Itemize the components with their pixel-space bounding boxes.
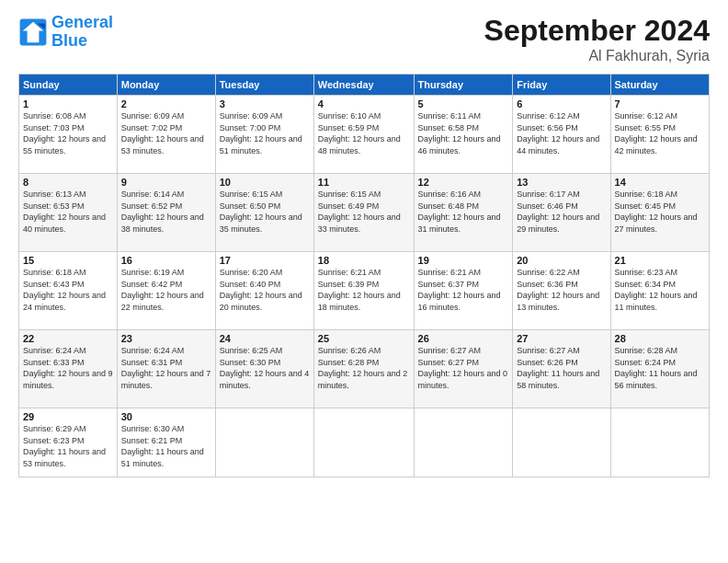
day-info: Sunrise: 6:21 AMSunset: 6:37 PMDaylight:… [418, 267, 509, 313]
calendar-cell: 24Sunrise: 6:25 AMSunset: 6:30 PMDayligh… [215, 330, 313, 408]
calendar-cell [513, 408, 610, 477]
day-info: Sunrise: 6:15 AMSunset: 6:49 PMDaylight:… [318, 189, 410, 235]
day-number: 7 [615, 98, 705, 109]
calendar-header-saturday: Saturday [610, 75, 709, 96]
day-number: 12 [418, 177, 509, 188]
day-number: 23 [121, 333, 211, 344]
calendar-cell: 12Sunrise: 6:16 AMSunset: 6:48 PMDayligh… [414, 174, 513, 252]
calendar-cell: 29Sunrise: 6:29 AMSunset: 6:23 PMDayligh… [19, 408, 118, 477]
calendar-cell: 26Sunrise: 6:27 AMSunset: 6:27 PMDayligh… [414, 330, 513, 408]
calendar-cell: 21Sunrise: 6:23 AMSunset: 6:34 PMDayligh… [610, 252, 709, 330]
calendar-cell: 19Sunrise: 6:21 AMSunset: 6:37 PMDayligh… [414, 252, 513, 330]
calendar-week-row: 22Sunrise: 6:24 AMSunset: 6:33 PMDayligh… [19, 330, 710, 408]
calendar-cell: 9Sunrise: 6:14 AMSunset: 6:52 PMDaylight… [117, 174, 215, 252]
day-number: 25 [318, 333, 410, 344]
calendar-cell: 30Sunrise: 6:30 AMSunset: 6:21 PMDayligh… [117, 408, 215, 477]
calendar-cell [610, 408, 709, 477]
calendar-header-row: SundayMondayTuesdayWednesdayThursdayFrid… [19, 75, 710, 96]
calendar-week-row: 1Sunrise: 6:08 AMSunset: 7:03 PMDaylight… [19, 96, 710, 174]
logo-text: General Blue [51, 14, 113, 51]
day-info: Sunrise: 6:16 AMSunset: 6:48 PMDaylight:… [418, 189, 509, 235]
calendar-cell: 1Sunrise: 6:08 AMSunset: 7:03 PMDaylight… [19, 96, 118, 174]
day-number: 1 [23, 98, 113, 109]
calendar-cell [414, 408, 513, 477]
calendar-cell: 15Sunrise: 6:18 AMSunset: 6:43 PMDayligh… [19, 252, 118, 330]
calendar-cell: 23Sunrise: 6:24 AMSunset: 6:31 PMDayligh… [117, 330, 215, 408]
calendar-header-monday: Monday [117, 75, 215, 96]
calendar-cell: 2Sunrise: 6:09 AMSunset: 7:02 PMDaylight… [117, 96, 215, 174]
title-block: September 2024 Al Fakhurah, Syria [484, 14, 710, 64]
calendar-week-row: 29Sunrise: 6:29 AMSunset: 6:23 PMDayligh… [19, 408, 710, 477]
day-number: 13 [517, 177, 606, 188]
calendar-cell: 14Sunrise: 6:18 AMSunset: 6:45 PMDayligh… [610, 174, 709, 252]
day-number: 30 [121, 411, 211, 422]
day-number: 9 [121, 177, 211, 188]
day-info: Sunrise: 6:25 AMSunset: 6:30 PMDaylight:… [220, 345, 310, 391]
day-info: Sunrise: 6:09 AMSunset: 7:02 PMDaylight:… [121, 110, 211, 156]
day-number: 18 [318, 255, 410, 266]
header: General Blue September 2024 Al Fakhurah,… [18, 14, 710, 64]
calendar-cell: 7Sunrise: 6:12 AMSunset: 6:55 PMDaylight… [610, 96, 709, 174]
day-info: Sunrise: 6:23 AMSunset: 6:34 PMDaylight:… [615, 267, 705, 313]
calendar: SundayMondayTuesdayWednesdayThursdayFrid… [18, 74, 710, 477]
calendar-cell: 27Sunrise: 6:27 AMSunset: 6:26 PMDayligh… [513, 330, 610, 408]
day-info: Sunrise: 6:26 AMSunset: 6:28 PMDaylight:… [318, 345, 410, 391]
day-info: Sunrise: 6:27 AMSunset: 6:26 PMDaylight:… [517, 345, 606, 391]
calendar-cell: 28Sunrise: 6:28 AMSunset: 6:24 PMDayligh… [610, 330, 709, 408]
day-number: 26 [418, 333, 509, 344]
calendar-cell: 5Sunrise: 6:11 AMSunset: 6:58 PMDaylight… [414, 96, 513, 174]
day-info: Sunrise: 6:18 AMSunset: 6:43 PMDaylight:… [23, 267, 113, 313]
page: General Blue September 2024 Al Fakhurah,… [0, 0, 728, 563]
location-title: Al Fakhurah, Syria [484, 48, 710, 64]
day-number: 6 [517, 98, 606, 109]
day-number: 21 [615, 255, 705, 266]
calendar-cell: 22Sunrise: 6:24 AMSunset: 6:33 PMDayligh… [19, 330, 118, 408]
logo: General Blue [18, 14, 113, 51]
day-number: 22 [23, 333, 113, 344]
day-info: Sunrise: 6:20 AMSunset: 6:40 PMDaylight:… [220, 267, 310, 313]
calendar-cell: 16Sunrise: 6:19 AMSunset: 6:42 PMDayligh… [117, 252, 215, 330]
day-number: 15 [23, 255, 113, 266]
calendar-cell: 11Sunrise: 6:15 AMSunset: 6:49 PMDayligh… [313, 174, 414, 252]
calendar-cell: 13Sunrise: 6:17 AMSunset: 6:46 PMDayligh… [513, 174, 610, 252]
calendar-header-thursday: Thursday [414, 75, 513, 96]
day-number: 27 [517, 333, 606, 344]
day-number: 4 [318, 98, 410, 109]
day-info: Sunrise: 6:08 AMSunset: 7:03 PMDaylight:… [23, 110, 113, 156]
month-title: September 2024 [484, 14, 710, 48]
day-info: Sunrise: 6:09 AMSunset: 7:00 PMDaylight:… [220, 110, 310, 156]
day-info: Sunrise: 6:13 AMSunset: 6:53 PMDaylight:… [23, 189, 113, 235]
day-number: 19 [418, 255, 509, 266]
calendar-week-row: 8Sunrise: 6:13 AMSunset: 6:53 PMDaylight… [19, 174, 710, 252]
day-number: 29 [23, 411, 113, 422]
calendar-cell: 25Sunrise: 6:26 AMSunset: 6:28 PMDayligh… [313, 330, 414, 408]
day-number: 3 [220, 98, 310, 109]
day-info: Sunrise: 6:15 AMSunset: 6:50 PMDaylight:… [220, 189, 310, 235]
day-number: 10 [220, 177, 310, 188]
day-info: Sunrise: 6:22 AMSunset: 6:36 PMDaylight:… [517, 267, 606, 313]
day-number: 5 [418, 98, 509, 109]
calendar-cell: 4Sunrise: 6:10 AMSunset: 6:59 PMDaylight… [313, 96, 414, 174]
calendar-header-sunday: Sunday [19, 75, 118, 96]
calendar-cell: 3Sunrise: 6:09 AMSunset: 7:00 PMDaylight… [215, 96, 313, 174]
day-number: 11 [318, 177, 410, 188]
day-number: 17 [220, 255, 310, 266]
day-number: 14 [615, 177, 705, 188]
day-info: Sunrise: 6:19 AMSunset: 6:42 PMDaylight:… [121, 267, 211, 313]
calendar-cell: 8Sunrise: 6:13 AMSunset: 6:53 PMDaylight… [19, 174, 118, 252]
calendar-cell: 20Sunrise: 6:22 AMSunset: 6:36 PMDayligh… [513, 252, 610, 330]
calendar-header-friday: Friday [513, 75, 610, 96]
calendar-cell: 10Sunrise: 6:15 AMSunset: 6:50 PMDayligh… [215, 174, 313, 252]
day-number: 24 [220, 333, 310, 344]
calendar-header-tuesday: Tuesday [215, 75, 313, 96]
day-number: 2 [121, 98, 211, 109]
day-info: Sunrise: 6:14 AMSunset: 6:52 PMDaylight:… [121, 189, 211, 235]
day-info: Sunrise: 6:18 AMSunset: 6:45 PMDaylight:… [615, 189, 705, 235]
day-number: 20 [517, 255, 606, 266]
day-info: Sunrise: 6:28 AMSunset: 6:24 PMDaylight:… [615, 345, 705, 391]
day-info: Sunrise: 6:27 AMSunset: 6:27 PMDaylight:… [418, 345, 509, 391]
day-info: Sunrise: 6:30 AMSunset: 6:21 PMDaylight:… [121, 423, 211, 469]
day-info: Sunrise: 6:24 AMSunset: 6:31 PMDaylight:… [121, 345, 211, 391]
calendar-cell [313, 408, 414, 477]
day-info: Sunrise: 6:24 AMSunset: 6:33 PMDaylight:… [23, 345, 113, 391]
